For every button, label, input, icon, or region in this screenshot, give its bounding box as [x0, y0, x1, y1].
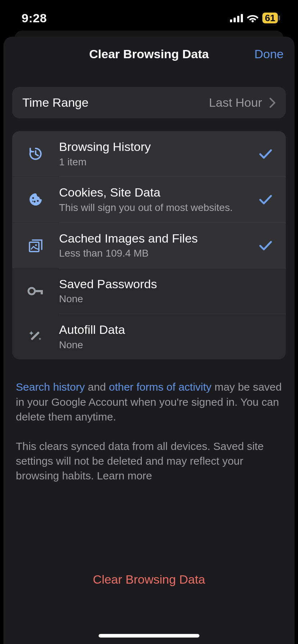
wifi-icon	[247, 14, 259, 22]
battery-indicator: 61	[262, 13, 280, 23]
svg-point-8	[32, 201, 33, 202]
item-browsing-history[interactable]: Browsing History 1 item	[12, 131, 286, 176]
battery-percent: 61	[265, 13, 275, 23]
chevron-right-icon	[269, 97, 276, 108]
item-subtitle: None	[59, 292, 256, 306]
footer-note-2: This clears synced data from all devices…	[4, 424, 294, 483]
status-time: 9:28	[22, 11, 47, 25]
search-history-link[interactable]: Search history	[16, 381, 85, 393]
svg-point-7	[37, 200, 39, 202]
history-icon	[28, 146, 43, 161]
status-indicators: 61	[230, 13, 280, 23]
sheet-content: Time Range Last Hour	[4, 71, 294, 483]
checkmark-icon	[259, 240, 272, 251]
time-range-group: Time Range Last Hour	[12, 87, 286, 118]
cookie-icon	[28, 192, 43, 207]
item-cookies[interactable]: Cookies, Site Data This will sign you ou…	[12, 177, 286, 222]
learn-more-link[interactable]: Learn more	[97, 470, 152, 482]
wand-icon	[28, 329, 44, 345]
item-autofill-data[interactable]: Autofill Data None	[12, 314, 286, 359]
svg-rect-0	[230, 19, 232, 22]
modal-sheet: Clear Browsing Data Done Time Range Last…	[4, 37, 294, 644]
done-button[interactable]: Done	[254, 47, 284, 61]
time-range-label: Time Range	[22, 96, 89, 110]
item-subtitle: Less than 109.4 MB	[59, 247, 256, 260]
svg-point-5	[32, 197, 34, 199]
svg-rect-2	[237, 16, 239, 22]
home-indicator[interactable]	[99, 634, 199, 638]
clear-browsing-data-button[interactable]: Clear Browsing Data	[4, 572, 294, 586]
data-types-group: Browsing History 1 item	[12, 131, 286, 359]
item-title: Autofill Data	[59, 322, 256, 337]
page-title: Clear Browsing Data	[89, 47, 209, 61]
item-title: Cookies, Site Data	[59, 185, 256, 200]
sheet-header: Clear Browsing Data Done	[4, 37, 294, 71]
item-subtitle: This will sign you out of most websites.	[59, 201, 256, 215]
time-range-value: Last Hour	[209, 96, 262, 110]
svg-point-11	[28, 288, 35, 294]
item-cached-images[interactable]: Cached Images and Files Less than 109.4 …	[12, 223, 286, 268]
other-activity-link[interactable]: other forms of activity	[109, 381, 211, 393]
footer-note-1: Search history and other forms of activi…	[4, 359, 294, 424]
time-range-row[interactable]: Time Range Last Hour	[12, 87, 286, 118]
images-icon	[28, 238, 44, 253]
key-icon	[27, 287, 44, 295]
item-title: Saved Passwords	[59, 276, 256, 292]
checkmark-icon	[259, 194, 272, 205]
svg-rect-13	[41, 290, 43, 294]
svg-point-10	[35, 244, 37, 246]
item-title: Cached Images and Files	[59, 231, 256, 246]
svg-point-6	[34, 201, 36, 203]
cellular-icon	[230, 14, 243, 22]
svg-rect-3	[241, 14, 243, 22]
svg-rect-1	[234, 18, 236, 22]
item-subtitle: 1 item	[59, 155, 256, 169]
checkmark-icon	[259, 148, 272, 159]
svg-point-4	[252, 20, 254, 22]
item-subtitle: None	[59, 338, 256, 352]
item-saved-passwords[interactable]: Saved Passwords None	[12, 268, 286, 314]
item-title: Browsing History	[59, 139, 256, 155]
